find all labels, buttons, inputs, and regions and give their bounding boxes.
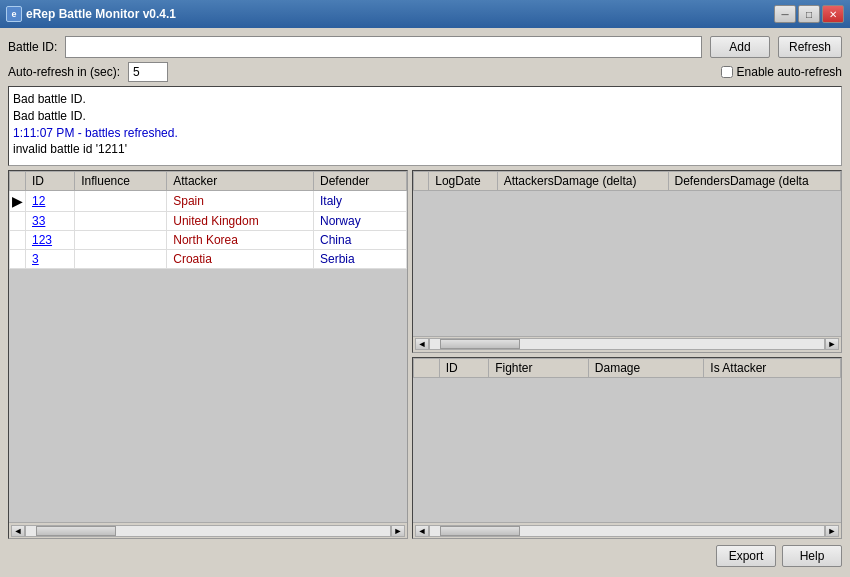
- defender-cell: China: [313, 231, 406, 250]
- table-row[interactable]: 123 North Korea China: [10, 231, 407, 250]
- log-scroll-left[interactable]: ◄: [415, 338, 429, 350]
- main-window: Battle ID: Add Refresh Auto-refresh in (…: [0, 28, 850, 577]
- attacker-cell: Spain: [167, 191, 314, 212]
- fighters-table-wrapper[interactable]: ID Fighter Damage Is Attacker: [413, 358, 841, 523]
- top-controls-row: Battle ID: Add Refresh: [8, 36, 842, 58]
- influence-cell: [75, 231, 167, 250]
- fighters-table: ID Fighter Damage Is Attacker: [413, 358, 841, 378]
- attacker-cell: United Kingdom: [167, 212, 314, 231]
- log-line: invalid battle id '1211': [13, 141, 837, 158]
- log-table-panel: LogDate AttackersDamage (delta) Defender…: [412, 170, 842, 353]
- log-table-header: LogDate AttackersDamage (delta) Defender…: [414, 172, 841, 191]
- table-row[interactable]: ▶ 12 Spain Italy: [10, 191, 407, 212]
- log-col-date: LogDate: [429, 172, 497, 191]
- title-bar: e eRep Battle Monitor v0.4.1 ─ □ ✕: [0, 0, 850, 28]
- add-button[interactable]: Add: [710, 36, 770, 58]
- close-button[interactable]: ✕: [822, 5, 844, 23]
- maximize-button[interactable]: □: [798, 5, 820, 23]
- col-arrow: [10, 172, 26, 191]
- fighter-col-attacker: Is Attacker: [704, 358, 841, 377]
- influence-cell: [75, 212, 167, 231]
- attacker-cell: North Korea: [167, 231, 314, 250]
- row-arrow: [10, 250, 26, 269]
- battles-tbody: ▶ 12 Spain Italy 33 United Kingdom Norwa…: [10, 191, 407, 269]
- help-button[interactable]: Help: [782, 545, 842, 567]
- log-col-attackers: AttackersDamage (delta): [497, 172, 668, 191]
- fighter-col-damage: Damage: [588, 358, 704, 377]
- scroll-left-arrow[interactable]: ◄: [11, 525, 25, 537]
- battles-table-header: ID Influence Attacker Defender: [10, 172, 407, 191]
- log-table-wrapper[interactable]: LogDate AttackersDamage (delta) Defender…: [413, 171, 841, 336]
- battle-id-cell[interactable]: 12: [26, 191, 75, 212]
- battle-id-cell[interactable]: 3: [26, 250, 75, 269]
- defender-cell: Serbia: [313, 250, 406, 269]
- col-defender: Defender: [313, 172, 406, 191]
- attacker-cell: Croatia: [167, 250, 314, 269]
- col-id: ID: [26, 172, 75, 191]
- fighters-table-header: ID Fighter Damage Is Attacker: [414, 358, 841, 377]
- fighter-col-id: ID: [439, 358, 488, 377]
- row-arrow: [10, 231, 26, 250]
- fighters-scroll-left[interactable]: ◄: [415, 525, 429, 537]
- battle-id-input[interactable]: [65, 36, 702, 58]
- window-controls: ─ □ ✕: [774, 5, 844, 23]
- battle-id-label: Battle ID:: [8, 40, 57, 54]
- fighters-h-scrollbar[interactable]: ◄ ►: [413, 522, 841, 538]
- row-arrow: ▶: [10, 191, 26, 212]
- influence-cell: [75, 191, 167, 212]
- bottom-section: ID Influence Attacker Defender ▶ 12 Spai…: [8, 170, 842, 539]
- enable-auto-refresh-wrap: Enable auto-refresh: [721, 65, 842, 79]
- right-panel: LogDate AttackersDamage (delta) Defender…: [412, 170, 842, 539]
- minimize-button[interactable]: ─: [774, 5, 796, 23]
- influence-cell: [75, 250, 167, 269]
- log-scroll-right[interactable]: ►: [825, 338, 839, 350]
- refresh-button[interactable]: Refresh: [778, 36, 842, 58]
- defender-cell: Norway: [313, 212, 406, 231]
- log-scroll-thumb[interactable]: [440, 339, 520, 349]
- fighters-scroll-track[interactable]: [429, 525, 825, 537]
- defender-cell: Italy: [313, 191, 406, 212]
- log-scroll-track[interactable]: [429, 338, 825, 350]
- scroll-track[interactable]: [25, 525, 391, 537]
- col-attacker: Attacker: [167, 172, 314, 191]
- export-button[interactable]: Export: [716, 545, 776, 567]
- auto-refresh-label: Auto-refresh in (sec):: [8, 65, 120, 79]
- log-line: Bad battle ID.: [13, 91, 837, 108]
- log-col-defenders: DefendersDamage (delta: [668, 172, 840, 191]
- log-h-scrollbar[interactable]: ◄ ►: [413, 336, 841, 352]
- fighter-col-name: Fighter: [489, 358, 589, 377]
- log-table: LogDate AttackersDamage (delta) Defender…: [413, 171, 841, 191]
- table-row[interactable]: 3 Croatia Serbia: [10, 250, 407, 269]
- row-arrow: [10, 212, 26, 231]
- battles-panel: ID Influence Attacker Defender ▶ 12 Spai…: [8, 170, 408, 539]
- auto-refresh-checkbox-label: Enable auto-refresh: [737, 65, 842, 79]
- battles-table-wrapper[interactable]: ID Influence Attacker Defender ▶ 12 Spai…: [9, 171, 407, 522]
- scroll-right-arrow[interactable]: ►: [391, 525, 405, 537]
- fighters-table-panel: ID Fighter Damage Is Attacker ◄: [412, 357, 842, 540]
- auto-refresh-row: Auto-refresh in (sec): Enable auto-refre…: [8, 62, 842, 82]
- battle-id-cell[interactable]: 123: [26, 231, 75, 250]
- scroll-thumb[interactable]: [36, 526, 116, 536]
- battles-h-scrollbar[interactable]: ◄ ►: [9, 522, 407, 538]
- auto-refresh-input[interactable]: [128, 62, 168, 82]
- log-line: Bad battle ID.: [13, 108, 837, 125]
- log-col-empty: [414, 172, 429, 191]
- fighters-scroll-right[interactable]: ►: [825, 525, 839, 537]
- footer: Export Help: [8, 543, 842, 569]
- app-icon: e: [6, 6, 22, 22]
- fighter-col-empty: [414, 358, 440, 377]
- col-influence: Influence: [75, 172, 167, 191]
- battle-id-cell[interactable]: 33: [26, 212, 75, 231]
- battles-table: ID Influence Attacker Defender ▶ 12 Spai…: [9, 171, 407, 269]
- log-area: Bad battle ID.Bad battle ID.1:11:07 PM -…: [8, 86, 842, 166]
- app-title: eRep Battle Monitor v0.4.1: [26, 7, 774, 21]
- log-line: 1:11:07 PM - battles refreshed.: [13, 125, 837, 142]
- table-row[interactable]: 33 United Kingdom Norway: [10, 212, 407, 231]
- fighters-scroll-thumb[interactable]: [440, 526, 520, 536]
- auto-refresh-checkbox[interactable]: [721, 66, 733, 78]
